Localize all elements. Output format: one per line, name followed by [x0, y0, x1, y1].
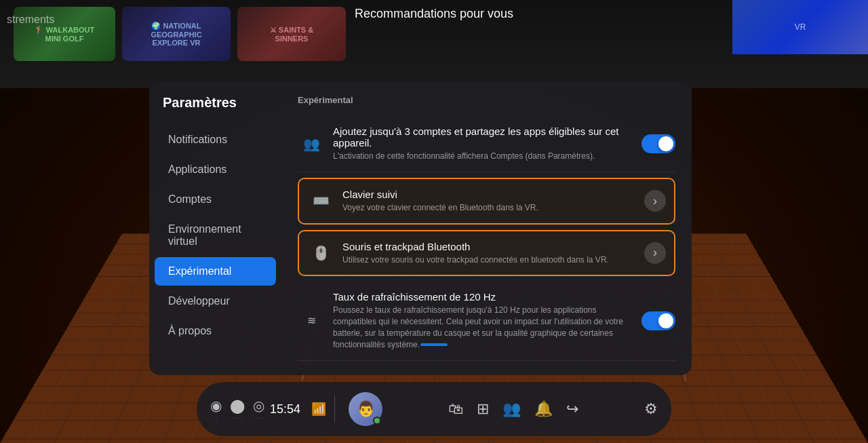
environnement-label: Environnement virtuel	[168, 223, 241, 247]
settings-gear-icon[interactable]: ⚙	[644, 400, 658, 418]
refresh-toggle[interactable]	[642, 311, 675, 330]
settings-title: Paramètres	[149, 95, 281, 124]
people-icon: 👥	[303, 136, 320, 152]
multi-account-text: Ajoutez jusqu'à 3 comptes et partagez le…	[325, 126, 642, 162]
refresh-desc: Poussez le taux de rafraîchissement jusq…	[333, 305, 633, 350]
multi-account-toggle[interactable]	[642, 134, 675, 153]
taskbar: ◉ ·· ⬤ ···· ◎ ··· 15:54 📶 👨 🛍 ⊞ 👥 🔔 ↪ ⚙	[197, 382, 671, 436]
sidebar-item-apropos[interactable]: À propos	[155, 317, 276, 345]
notifications-label: Notifications	[168, 134, 227, 145]
keyboard-setting[interactable]: ⌨️ Clavier suivi Voyez votre clavier con…	[298, 178, 675, 225]
applications-label: Applications	[168, 163, 226, 175]
bell-icon[interactable]: 🔔	[534, 400, 553, 418]
refresh-rate-setting: ≋ Taux de rafraîchissement de 120 Hz Pou…	[298, 282, 675, 360]
scroll-indicator	[420, 343, 448, 346]
vr-controller-group: ⬤ ····	[230, 398, 245, 421]
mouse-icon: 🖱️	[307, 245, 334, 261]
recommendations-title: Recommandations pour vous	[355, 7, 513, 21]
sidebar-item-experimental[interactable]: Expérimental	[155, 257, 276, 286]
keyboard-text: Clavier suivi Voyez votre clavier connec…	[334, 189, 644, 214]
settings-panel: Paramètres Notifications Applications Co…	[149, 81, 692, 375]
avatar-online-dot	[373, 417, 381, 425]
sidebar-item-notifications[interactable]: Notifications	[155, 126, 276, 154]
apropos-label: À propos	[168, 325, 212, 336]
multi-account-desc: L'activation de cette fonctionnalité aff…	[333, 151, 633, 162]
settings-content: Expérimental 👥 Ajoutez jusqu'à 3 comptes…	[281, 81, 692, 375]
refresh-text: Taux de rafraîchissement de 120 Hz Pouss…	[325, 291, 642, 350]
vr-headset-group: ◉ ··	[210, 398, 222, 421]
game-thumbnail-saints[interactable]: ⚔ SAINTS &SINNERS	[237, 7, 346, 61]
vr-controller-icon: ⬤	[230, 398, 245, 414]
people-icon[interactable]: 👥	[502, 400, 521, 418]
multi-account-setting: 👥 Ajoutez jusqu'à 3 comptes et partagez …	[298, 116, 675, 172]
mouse-setting[interactable]: 🖱️ Souris et trackpad Bluetooth Utilisez…	[298, 230, 675, 277]
vr-status-icons: ◉ ·· ⬤ ···· ◎ ···	[210, 398, 264, 421]
top-right-vr-scene: VR	[732, 0, 868, 54]
left-sidebar-text: strements	[7, 14, 54, 26]
vr-scene-label: VR	[795, 22, 806, 32]
multi-account-icon: 👥	[298, 136, 325, 152]
mouse-desc: Utilisez votre souris ou votre trackpad …	[342, 254, 636, 266]
keyboard-desc: Voyez votre clavier connecté en Bluetoot…	[342, 202, 636, 214]
share-icon[interactable]: ↪	[566, 400, 578, 418]
taskbar-time: 15:54	[270, 402, 300, 417]
game-thumb-label: ⚔ SAINTS &SINNERS	[270, 26, 313, 43]
settings-nav: Paramètres Notifications Applications Co…	[149, 81, 281, 375]
mouse-title: Souris et trackpad Bluetooth	[342, 241, 636, 252]
comptes-label: Comptes	[168, 193, 212, 205]
apps-icon[interactable]: ⊞	[477, 400, 489, 418]
taskbar-nav-icons: 🛍 ⊞ 👥 🔔 ↪	[393, 400, 633, 418]
top-recommendations-bar: Recommandations pour vous 🏌 WALKABOUTMIN…	[0, 0, 868, 88]
game-thumb-label: 🌍 NATIONALGEOGRAPHICEXPLORE VR	[151, 22, 201, 47]
store-icon[interactable]: 🛍	[448, 400, 463, 418]
sidebar-item-developpeur[interactable]: Développeur	[155, 287, 276, 315]
keyboard-title: Clavier suivi	[342, 189, 636, 200]
section-title: Expérimental	[298, 95, 675, 105]
vr-headset-icon: ◉	[210, 398, 222, 414]
taskbar-divider	[334, 396, 335, 423]
game-thumbnail-national[interactable]: 🌍 NATIONALGEOGRAPHICEXPLORE VR	[122, 7, 231, 61]
sidebar-item-comptes[interactable]: Comptes	[155, 185, 276, 214]
wifi-icon: 📶	[311, 402, 326, 417]
mouse-text: Souris et trackpad Bluetooth Utilisez vo…	[334, 241, 644, 266]
keyboard-icon: ⌨️	[307, 193, 334, 209]
multi-account-title: Ajoutez jusqu'à 3 comptes et partagez le…	[333, 126, 633, 149]
experimental-label: Expérimental	[168, 265, 231, 277]
sidebar-item-environnement[interactable]: Environnement virtuel	[155, 215, 276, 256]
avatar-container[interactable]: 👨	[349, 392, 382, 426]
developpeur-label: Développeur	[168, 295, 230, 307]
refresh-title: Taux de rafraîchissement de 120 Hz	[333, 291, 633, 303]
vr-hands-group: ◎ ···	[253, 398, 264, 421]
game-thumb-label: 🏌 WALKABOUTMINI GOLF	[35, 26, 95, 43]
sidebar-item-applications[interactable]: Applications	[155, 155, 276, 184]
vr-hands-icon: ◎	[253, 398, 264, 414]
mouse-chevron: ›	[644, 242, 666, 264]
keyboard-chevron: ›	[644, 190, 666, 212]
refresh-icon: ≋	[298, 314, 325, 327]
